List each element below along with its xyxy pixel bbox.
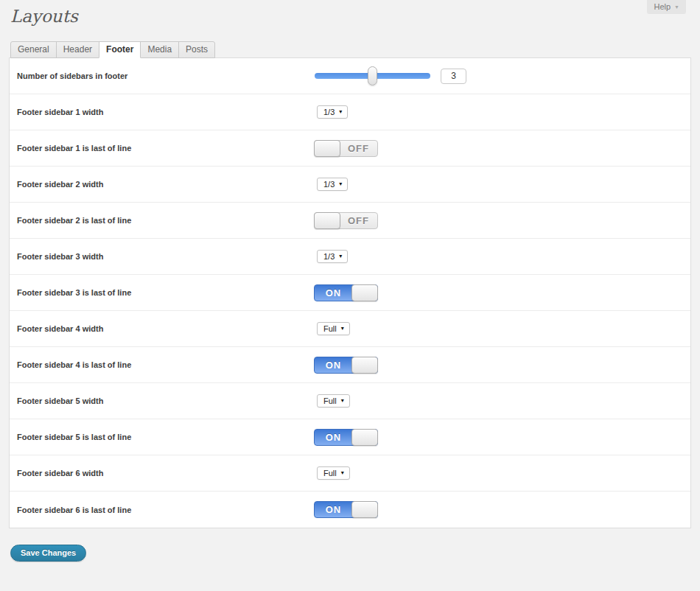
slider-handle[interactable] bbox=[368, 66, 377, 85]
setting-label: Number of sidebars in footer bbox=[10, 71, 314, 80]
tab-posts[interactable]: Posts bbox=[178, 41, 215, 58]
setting-label: Footer sidebar 5 width bbox=[10, 396, 314, 405]
tab-bar: General Header Footer Media Posts bbox=[10, 41, 700, 58]
setting-label: Footer sidebar 1 width bbox=[10, 108, 314, 116]
dropdown-value: Full bbox=[323, 324, 337, 333]
sidebar3-last-toggle[interactable]: ON bbox=[314, 284, 378, 301]
setting-label: Footer sidebar 6 width bbox=[10, 469, 314, 478]
setting-label: Footer sidebar 3 is last of line bbox=[10, 288, 314, 297]
dropdown-arrow-icon: ▾ bbox=[341, 398, 344, 404]
toggle-knob bbox=[351, 501, 378, 518]
sidebar1-width-select[interactable]: 1/3 ▾ bbox=[317, 105, 348, 119]
dropdown-arrow-icon: ▾ bbox=[341, 470, 344, 476]
toggle-knob bbox=[351, 429, 378, 446]
sidebar1-last-toggle[interactable]: OFF bbox=[314, 140, 378, 157]
dropdown-value: Full bbox=[323, 396, 337, 405]
dropdown-arrow-icon: ▾ bbox=[341, 326, 344, 332]
sidebar3-width-select[interactable]: 1/3 ▾ bbox=[317, 250, 348, 263]
setting-label: Footer sidebar 2 width bbox=[10, 180, 314, 189]
toggle-state-label: ON bbox=[315, 502, 352, 517]
toggle-state-label: OFF bbox=[340, 141, 377, 156]
toggle-knob bbox=[314, 140, 340, 157]
dropdown-arrow-icon: ▾ bbox=[339, 109, 342, 115]
chevron-down-icon: ▼ bbox=[674, 4, 679, 10]
toggle-knob bbox=[314, 212, 340, 229]
sidebar2-width-select[interactable]: 1/3 ▾ bbox=[317, 178, 348, 191]
tab-header[interactable]: Header bbox=[56, 41, 99, 58]
setting-row: Number of sidebars in footer bbox=[10, 58, 690, 94]
help-button[interactable]: Help ▼ bbox=[647, 0, 686, 14]
setting-row: Footer sidebar 2 width 1/3 ▾ bbox=[10, 167, 690, 203]
setting-label: Footer sidebar 6 is last of line bbox=[10, 506, 314, 514]
setting-row: Footer sidebar 4 is last of line ON bbox=[10, 347, 690, 383]
settings-panel: Number of sidebars in footer Footer side… bbox=[9, 57, 691, 528]
toggle-knob bbox=[351, 284, 378, 301]
setting-row: Footer sidebar 6 is last of line ON bbox=[10, 492, 690, 528]
setting-row: Footer sidebar 4 width Full ▾ bbox=[10, 311, 690, 347]
setting-row: Footer sidebar 1 is last of line OFF bbox=[10, 130, 690, 167]
toggle-state-label: ON bbox=[315, 285, 352, 301]
help-button-label: Help bbox=[654, 2, 671, 11]
slider-track[interactable] bbox=[315, 73, 430, 79]
setting-row: Footer sidebar 2 is last of line OFF bbox=[10, 203, 690, 239]
sidebar4-last-toggle[interactable]: ON bbox=[314, 357, 378, 374]
sidebar6-last-toggle[interactable]: ON bbox=[314, 501, 378, 518]
toggle-knob bbox=[351, 357, 378, 374]
setting-row: Footer sidebar 5 is last of line ON bbox=[10, 419, 690, 455]
setting-row: Footer sidebar 6 width Full ▾ bbox=[10, 455, 690, 492]
setting-row: Footer sidebar 3 is last of line ON bbox=[10, 275, 690, 311]
toggle-state-label: OFF bbox=[340, 213, 377, 228]
dropdown-value: Full bbox=[323, 469, 337, 478]
save-changes-button[interactable]: Save Changes bbox=[10, 545, 86, 562]
setting-label: Footer sidebar 1 is last of line bbox=[10, 144, 314, 153]
dropdown-value: 1/3 bbox=[323, 252, 335, 261]
dropdown-arrow-icon: ▾ bbox=[339, 181, 342, 187]
setting-row: Footer sidebar 3 width 1/3 ▾ bbox=[10, 239, 690, 275]
setting-row: Footer sidebar 5 width Full ▾ bbox=[10, 383, 690, 419]
dropdown-value: 1/3 bbox=[323, 180, 335, 189]
tab-footer[interactable]: Footer bbox=[99, 41, 141, 58]
sidebar6-width-select[interactable]: Full ▾ bbox=[317, 466, 350, 480]
page-title: Layouts bbox=[10, 7, 700, 26]
sidebar-count-slider bbox=[314, 69, 466, 84]
tab-media[interactable]: Media bbox=[140, 41, 179, 58]
setting-label: Footer sidebar 3 width bbox=[10, 252, 314, 261]
setting-row: Footer sidebar 1 width 1/3 ▾ bbox=[10, 94, 690, 130]
tab-general[interactable]: General bbox=[10, 41, 57, 58]
sidebar5-last-toggle[interactable]: ON bbox=[314, 429, 378, 446]
sidebar5-width-select[interactable]: Full ▾ bbox=[317, 394, 350, 408]
setting-label: Footer sidebar 4 width bbox=[10, 324, 314, 333]
setting-label: Footer sidebar 4 is last of line bbox=[10, 360, 314, 369]
dropdown-arrow-icon: ▾ bbox=[339, 253, 342, 259]
toggle-state-label: ON bbox=[315, 430, 352, 445]
setting-label: Footer sidebar 5 is last of line bbox=[10, 433, 314, 441]
toggle-state-label: ON bbox=[315, 357, 352, 373]
sidebar4-width-select[interactable]: Full ▾ bbox=[317, 322, 350, 335]
dropdown-value: 1/3 bbox=[323, 108, 335, 116]
sidebar-count-input[interactable] bbox=[441, 69, 466, 84]
sidebar2-last-toggle[interactable]: OFF bbox=[314, 212, 378, 229]
setting-label: Footer sidebar 2 is last of line bbox=[10, 216, 314, 225]
